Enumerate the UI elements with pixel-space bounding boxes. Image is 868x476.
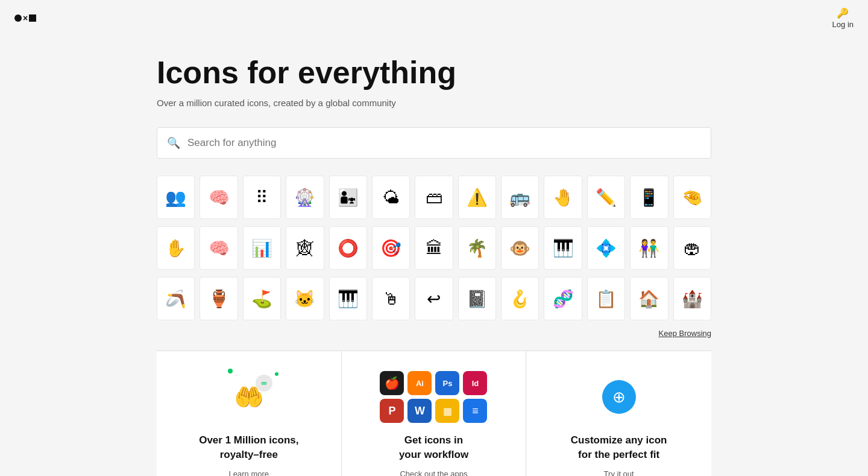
check-out-apps-link[interactable]: Check out the apps	[400, 469, 467, 476]
icon-cell[interactable]: 🐱	[286, 277, 324, 320]
icon-cell[interactable]: 🧬	[544, 277, 582, 320]
icon-cell[interactable]: 💠	[587, 226, 625, 270]
logo-x-icon: ×	[23, 13, 28, 23]
app-icon: W	[407, 399, 432, 423]
icon-cell[interactable]: 🎡	[286, 176, 324, 219]
plus-icon: ⊕	[612, 388, 626, 407]
royalty-free-icon-area: 🤲 ∞	[222, 373, 276, 421]
icon-cell[interactable]: ⚠️	[458, 176, 496, 219]
icon-cell[interactable]: 📓	[458, 277, 496, 320]
icon-cell[interactable]: ↩	[415, 277, 453, 320]
login-label: Log in	[832, 20, 854, 29]
icon-cell[interactable]: ⭕	[329, 226, 367, 270]
icon-cell[interactable]: ✋	[157, 226, 195, 270]
app-icon: P	[380, 399, 404, 423]
icon-cell[interactable]: 🎹	[329, 277, 367, 320]
customize-title: Customize any iconfor the perfect fit	[571, 433, 667, 462]
app-icons-grid: 🍎AiPsIdPW▦≡	[380, 371, 487, 423]
icon-cell[interactable]: 👫	[630, 226, 668, 270]
icon-cell[interactable]: 📋	[587, 277, 625, 320]
workflow-title: Get icons inyour workflow	[399, 433, 468, 462]
customize-circle-icon: ⊕	[602, 380, 636, 414]
icon-grid-row1: 👥🧠⠿🎡👨‍👧🌤🗃⚠️🚌🤚✏️📱🤏	[157, 176, 711, 219]
key-icon: 🔑	[837, 7, 849, 19]
app-icon: ▦	[435, 399, 459, 423]
icon-cell[interactable]: 🏟	[673, 226, 711, 270]
icon-grid-row2: ✋🧠📊🕸⭕🎯🏛🌴🐵🎹💠👫🏟	[157, 226, 711, 270]
workflow-icon-area: 🍎AiPsIdPW▦≡	[380, 373, 487, 421]
icon-cell[interactable]: 🐵	[501, 226, 539, 270]
dot-green-icon	[228, 369, 233, 373]
icon-cell[interactable]: 👥	[157, 176, 195, 219]
search-input[interactable]	[187, 137, 701, 149]
icon-cell[interactable]: 🏠	[630, 277, 668, 320]
icon-cell[interactable]: ⠿	[243, 176, 281, 219]
icon-grid-row3: 🪃🏺⛳🐱🎹🖱↩📓🪝🧬📋🏠🏰	[157, 277, 711, 320]
icon-cell[interactable]: ⛳	[243, 277, 281, 320]
keep-browsing-wrap: Keep Browsing	[157, 328, 711, 338]
app-icon: Ai	[407, 371, 432, 395]
hero-title: Icons for everything	[157, 54, 711, 90]
app-icon: 🍎	[380, 371, 404, 395]
icon-cell[interactable]: 📊	[243, 226, 281, 270]
icon-cell[interactable]: 📱	[630, 176, 668, 219]
icon-cell[interactable]: 🌤	[372, 176, 410, 219]
icon-cell[interactable]: 🌴	[458, 226, 496, 270]
feature-card-workflow: 🍎AiPsIdPW▦≡ Get icons inyour workflow Ch…	[342, 351, 527, 476]
icon-cell[interactable]: 🤏	[673, 176, 711, 219]
feature-cards: 🤲 ∞ Over 1 Million icons,royalty–free Le…	[157, 351, 711, 476]
icon-cell[interactable]: 🚌	[501, 176, 539, 219]
search-bar: 🔍	[157, 127, 711, 159]
icon-cell[interactable]: 🏛	[415, 226, 453, 270]
icon-cell[interactable]: ✏️	[587, 176, 625, 219]
main-content: Icons for everything Over a million cura…	[145, 36, 723, 476]
icon-cell[interactable]: 🎹	[544, 226, 582, 270]
infinity-badge-icon: ∞	[256, 375, 272, 392]
app-icon: Id	[463, 371, 487, 395]
customize-icon-area: ⊕	[602, 373, 636, 421]
icon-cell[interactable]: 🧠	[200, 226, 237, 270]
feature-card-royalty-free: 🤲 ∞ Over 1 Million icons,royalty–free Le…	[157, 351, 342, 476]
icon-cell[interactable]: 🤚	[544, 176, 582, 219]
royalty-free-title: Over 1 Million icons,royalty–free	[199, 433, 298, 462]
app-icon: Ps	[435, 371, 459, 395]
feature-card-customize: ⊕ Customize any iconfor the perfect fit …	[526, 351, 711, 476]
try-it-out-link[interactable]: Try it out	[604, 469, 634, 476]
header: × 🔑 Log in	[0, 0, 868, 36]
icon-cell[interactable]: 🧠	[200, 176, 237, 219]
icon-cell[interactable]: 🪃	[157, 277, 195, 320]
icon-cell[interactable]: 🖱	[372, 277, 410, 320]
dot-green2-icon	[275, 372, 278, 376]
icon-cell[interactable]: 🪝	[501, 277, 539, 320]
search-icon: 🔍	[167, 136, 180, 150]
logo-circle	[14, 14, 22, 22]
icon-cell[interactable]: 👨‍👧	[329, 176, 367, 219]
icon-cell[interactable]: 🏺	[200, 277, 237, 320]
icon-cell[interactable]: 🕸	[286, 226, 324, 270]
logo[interactable]: ×	[14, 13, 36, 23]
logo-square	[29, 14, 36, 22]
icon-cell[interactable]: 🏰	[673, 277, 711, 320]
learn-more-link[interactable]: Learn more	[229, 469, 269, 476]
hero-subtitle: Over a million curated icons, created by…	[157, 98, 711, 108]
app-icon: ≡	[463, 399, 487, 423]
login-button[interactable]: 🔑 Log in	[832, 7, 854, 29]
icon-cell[interactable]: 🗃	[415, 176, 453, 219]
icon-cell[interactable]: 🎯	[372, 226, 410, 270]
keep-browsing-link[interactable]: Keep Browsing	[659, 329, 711, 338]
